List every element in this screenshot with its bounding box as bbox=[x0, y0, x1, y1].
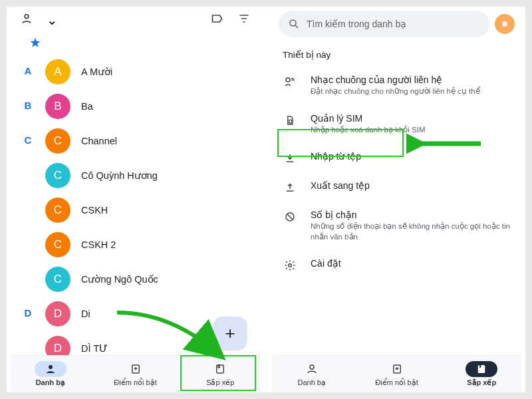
row-blocked-numbers[interactable]: Số bị chặn Những số điện thoại bạn sẽ kh… bbox=[272, 201, 521, 250]
avatar: C bbox=[45, 267, 70, 292]
export-title: Xuất sang tệp bbox=[311, 180, 511, 191]
contact-list[interactable]: AAA MườiBBBaCCChannelCCô Quỳnh HươngCCSK… bbox=[11, 55, 260, 355]
nav-highlights-r-label: Điểm nổi bật bbox=[375, 378, 418, 387]
nav-contacts-r[interactable]: Danh bạ bbox=[296, 361, 328, 387]
nav-organize-label: Sắp xếp bbox=[206, 378, 234, 387]
search-icon bbox=[288, 18, 300, 30]
device-section-title: Thiết bị này bbox=[272, 43, 521, 66]
nav-contacts-label: Danh bạ bbox=[36, 378, 65, 387]
section-letter: C bbox=[11, 124, 45, 146]
phone-left-contacts: ⌄ ★ AAA MườiBBBaCCChannelCCô Quỳnh Hương… bbox=[11, 7, 260, 392]
nav-contacts[interactable]: Danh bạ bbox=[35, 361, 66, 387]
contact-name: CSKH 2 bbox=[81, 239, 116, 250]
upload-icon bbox=[283, 180, 297, 194]
sim-title: Quản lý SIM bbox=[311, 113, 511, 124]
section-letter: B bbox=[11, 89, 45, 111]
ringtone-sub: Đặt nhạc chuông cho những người liên hệ … bbox=[311, 86, 511, 97]
phone-right-settings: Tìm kiếm trong danh bạ Thiết bị này Nhạc… bbox=[272, 7, 521, 392]
svg-point-11 bbox=[310, 365, 314, 369]
row-export-to-file[interactable]: Xuất sang tệp bbox=[272, 172, 521, 201]
contact-name: Cường Ngô Quốc bbox=[81, 274, 158, 285]
nav-highlights-r[interactable]: Điểm nổi bật bbox=[375, 361, 418, 387]
svg-rect-6 bbox=[503, 22, 507, 27]
svg-point-1 bbox=[49, 365, 53, 369]
section-letter: D bbox=[11, 297, 45, 319]
add-contact-fab[interactable]: + bbox=[213, 317, 247, 350]
row-import-from-file[interactable]: Nhập từ tệp bbox=[272, 143, 521, 172]
favorites-star-icon[interactable]: ★ bbox=[11, 31, 260, 55]
sim-icon bbox=[283, 113, 297, 126]
contact-name: CSKH bbox=[81, 205, 108, 215]
avatar: D bbox=[45, 301, 70, 327]
nav-organize-r[interactable]: Sắp xếp bbox=[466, 361, 497, 387]
gear-icon bbox=[283, 258, 297, 271]
nav-organize[interactable]: Sắp xếp bbox=[204, 361, 236, 387]
account-dropdown-icon[interactable]: ⌄ bbox=[47, 13, 58, 27]
settings-title: Cài đặt bbox=[311, 258, 511, 269]
svg-point-5 bbox=[290, 20, 296, 26]
search-input[interactable]: Tìm kiếm trong danh bạ bbox=[279, 11, 489, 37]
svg-point-0 bbox=[25, 15, 29, 19]
avatar: C bbox=[45, 128, 70, 154]
import-title: Nhập từ tệp bbox=[311, 151, 511, 162]
settings-list: Nhạc chuông của người liên hệ Đặt nhạc c… bbox=[272, 66, 521, 355]
contact-name: Ba bbox=[81, 101, 93, 112]
ringtone-icon bbox=[283, 74, 297, 88]
row-contact-ringtone[interactable]: Nhạc chuông của người liên hệ Đặt nhạc c… bbox=[272, 66, 521, 105]
nav-organize-r-label: Sắp xếp bbox=[467, 378, 496, 387]
contact-name: DÌ TƯ bbox=[81, 343, 108, 354]
nav-highlights-label: Điểm nổi bật bbox=[114, 378, 156, 387]
nav-highlights[interactable]: Điểm nổi bật bbox=[114, 361, 156, 387]
row-settings[interactable]: Cài đặt bbox=[272, 250, 521, 279]
row-manage-sim[interactable]: Quản lý SIM Nhập hoặc xoá danh bạ khỏi S… bbox=[272, 105, 521, 144]
blocked-sub: Những số điện thoại bạn sẽ không nhận cu… bbox=[311, 221, 511, 242]
account-avatar-button[interactable] bbox=[495, 14, 515, 34]
contact-name: Channel bbox=[81, 136, 117, 146]
svg-rect-4 bbox=[218, 365, 219, 368]
svg-rect-13 bbox=[478, 365, 485, 373]
contact-row[interactable]: CCSKH bbox=[45, 193, 260, 227]
sim-sub: Nhập hoặc xoá danh bạ khỏi SIM bbox=[311, 125, 511, 136]
contact-row[interactable]: CChannel bbox=[45, 124, 260, 158]
filter-icon[interactable] bbox=[237, 12, 251, 28]
search-row: Tìm kiếm trong danh bạ bbox=[279, 11, 515, 37]
svg-point-7 bbox=[286, 78, 290, 82]
ringtone-title: Nhạc chuông của người liên hệ bbox=[311, 74, 511, 85]
section-letter: A bbox=[11, 55, 45, 76]
blocked-icon bbox=[283, 209, 297, 223]
avatar: D bbox=[45, 336, 70, 355]
contact-row[interactable]: BBa bbox=[45, 89, 260, 124]
svg-point-10 bbox=[289, 264, 292, 267]
tag-icon[interactable] bbox=[211, 12, 224, 28]
contact-name: A Mười bbox=[81, 66, 112, 77]
avatar: A bbox=[45, 59, 70, 84]
avatar: C bbox=[45, 163, 70, 188]
avatar: C bbox=[45, 232, 70, 257]
contact-name: Cô Quỳnh Hương bbox=[81, 170, 158, 181]
nav-contacts-r-label: Danh bạ bbox=[298, 378, 326, 387]
bottom-nav-right: Danh bạ Điểm nổi bật Sắp xếp bbox=[272, 355, 521, 392]
search-placeholder: Tìm kiếm trong danh bạ bbox=[307, 19, 406, 29]
contact-row[interactable]: AA Mười bbox=[45, 55, 260, 89]
svg-rect-14 bbox=[479, 365, 481, 368]
download-icon bbox=[283, 151, 297, 164]
bottom-nav: Danh bạ Điểm nổi bật Sắp xếp bbox=[11, 355, 260, 392]
avatar: B bbox=[45, 94, 70, 119]
svg-rect-8 bbox=[289, 120, 292, 123]
topbar: ⌄ bbox=[11, 7, 260, 31]
tutorial-frame: ⌄ ★ AAA MườiBBBaCCChannelCCô Quỳnh Hương… bbox=[7, 7, 525, 392]
account-icon[interactable] bbox=[20, 12, 33, 28]
contact-row[interactable]: CCSKH 2 bbox=[45, 227, 260, 262]
contact-row[interactable]: CCường Ngô Quốc bbox=[45, 262, 260, 297]
blocked-title: Số bị chặn bbox=[311, 209, 511, 220]
contact-name: Di bbox=[81, 309, 90, 319]
contact-row[interactable]: CCô Quỳnh Hương bbox=[45, 158, 260, 193]
avatar: C bbox=[45, 198, 70, 223]
